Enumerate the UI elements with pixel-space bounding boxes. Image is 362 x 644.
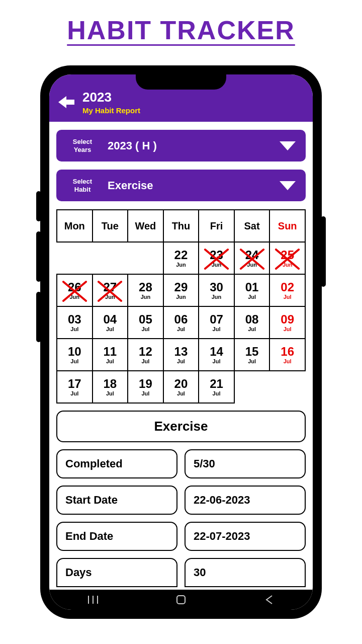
stat-value: 22-06-2023 bbox=[185, 486, 306, 515]
calendar-day-month: Jul bbox=[70, 327, 78, 332]
calendar-day[interactable]: 17Jul bbox=[57, 371, 93, 403]
year-selector-value: 2023 ( H ) bbox=[108, 139, 157, 152]
calendar-day[interactable]: 30Jun bbox=[199, 274, 234, 306]
nav-home-button[interactable] bbox=[171, 590, 191, 610]
calendar-day-month: Jul bbox=[141, 391, 149, 396]
calendar-day-number: 02 bbox=[281, 281, 294, 293]
calendar-day-number: 20 bbox=[174, 378, 188, 390]
stat-label: Start Date bbox=[56, 486, 177, 515]
calendar-day[interactable]: 22Jun bbox=[163, 242, 199, 274]
calendar-day[interactable]: 18Jul bbox=[93, 371, 128, 403]
calendar-day[interactable]: 05Jul bbox=[128, 306, 163, 339]
calendar-day-number: 12 bbox=[139, 346, 152, 358]
calendar-weekday: Tue bbox=[93, 210, 128, 242]
calendar-day[interactable]: 21Jul bbox=[199, 371, 234, 403]
calendar-weekday: Mon bbox=[57, 210, 93, 242]
calendar-day[interactable]: 07Jul bbox=[199, 306, 234, 339]
calendar-day-number: 19 bbox=[139, 378, 152, 390]
calendar: MonTueWedThuFriSatSun 22Jun23Jun24Jun25J… bbox=[56, 209, 306, 404]
calendar-day-number: 08 bbox=[245, 313, 259, 326]
phone-screen: 2023 My Habit Report Select Years 2023 (… bbox=[49, 74, 313, 610]
phone-notch bbox=[136, 74, 226, 90]
calendar-day[interactable]: 03Jul bbox=[57, 306, 93, 339]
habit-selector-value: Exercise bbox=[108, 179, 153, 192]
calendar-day-month: Jul bbox=[106, 391, 114, 396]
calendar-day[interactable]: 23Jun bbox=[199, 242, 234, 274]
calendar-day-number: 05 bbox=[139, 313, 152, 326]
calendar-day-month: Jul bbox=[248, 359, 256, 364]
calendar-day-month: Jul bbox=[177, 391, 185, 396]
calendar-day-number: 22 bbox=[174, 249, 188, 261]
calendar-day-number: 15 bbox=[245, 346, 259, 358]
page-title: HABIT TRACKER bbox=[0, 0, 362, 50]
calendar-empty-cell bbox=[269, 371, 305, 403]
calendar-day-month: Jul bbox=[284, 294, 292, 300]
calendar-day-number: 23 bbox=[210, 249, 223, 261]
calendar-day-number: 26 bbox=[68, 281, 81, 293]
stat-label: Completed bbox=[56, 449, 177, 478]
stat-value: 30 bbox=[185, 558, 306, 587]
calendar-day[interactable]: 11Jul bbox=[93, 339, 128, 371]
calendar-day[interactable]: 24Jun bbox=[234, 242, 270, 274]
calendar-day-month: Jul bbox=[141, 327, 149, 332]
calendar-day-month: Jul bbox=[284, 327, 292, 332]
calendar-day[interactable]: 16Jul bbox=[269, 339, 305, 371]
calendar-day-number: 16 bbox=[281, 346, 294, 358]
calendar-day[interactable]: 20Jul bbox=[163, 371, 199, 403]
calendar-day-number: 30 bbox=[210, 281, 223, 293]
stat-value: 22-07-2023 bbox=[185, 522, 306, 551]
calendar-weekday: Wed bbox=[128, 210, 163, 242]
calendar-day[interactable]: 04Jul bbox=[93, 306, 128, 339]
back-arrow-icon bbox=[57, 95, 75, 110]
calendar-day-month: Jun bbox=[176, 262, 186, 268]
nav-recent-button[interactable] bbox=[83, 590, 103, 610]
calendar-day-month: Jul bbox=[177, 359, 185, 364]
calendar-day-number: 06 bbox=[174, 313, 188, 326]
calendar-day[interactable]: 26Jun bbox=[57, 274, 93, 306]
calendar-day-number: 25 bbox=[281, 249, 294, 261]
calendar-day-number: 10 bbox=[68, 346, 81, 358]
calendar-day[interactable]: 15Jul bbox=[234, 339, 270, 371]
calendar-day-month: Jul bbox=[284, 359, 292, 364]
year-selector[interactable]: Select Years 2023 ( H ) bbox=[56, 130, 306, 162]
calendar-day-month: Jun bbox=[283, 262, 293, 268]
calendar-day[interactable]: 06Jul bbox=[163, 306, 199, 339]
calendar-day-month: Jul bbox=[70, 391, 78, 396]
calendar-day-month: Jul bbox=[177, 327, 185, 332]
calendar-day-month: Jun bbox=[247, 262, 257, 268]
back-button[interactable] bbox=[57, 95, 75, 110]
calendar-day[interactable]: 10Jul bbox=[57, 339, 93, 371]
calendar-day-month: Jul bbox=[141, 359, 149, 364]
calendar-day-month: Jul bbox=[106, 327, 114, 332]
calendar-day[interactable]: 27Jun bbox=[93, 274, 128, 306]
calendar-day-number: 09 bbox=[281, 313, 294, 326]
stat-label: End Date bbox=[56, 522, 177, 551]
calendar-day-number: 13 bbox=[174, 346, 188, 358]
calendar-day[interactable]: 09Jul bbox=[269, 306, 305, 339]
calendar-day[interactable]: 25Jun bbox=[269, 242, 305, 274]
calendar-day-month: Jul bbox=[213, 327, 221, 332]
habit-selector[interactable]: Select Habit Exercise bbox=[56, 170, 306, 201]
calendar-day-month: Jun bbox=[141, 294, 151, 300]
calendar-day[interactable]: 28Jun bbox=[128, 274, 163, 306]
calendar-day[interactable]: 02Jul bbox=[269, 274, 305, 306]
android-nav-bar bbox=[49, 590, 313, 610]
calendar-day[interactable]: 12Jul bbox=[128, 339, 163, 371]
calendar-day-month: Jul bbox=[70, 359, 78, 364]
calendar-day[interactable]: 13Jul bbox=[163, 339, 199, 371]
calendar-day-number: 14 bbox=[210, 346, 223, 358]
calendar-day-number: 18 bbox=[103, 378, 117, 390]
calendar-day-number: 27 bbox=[103, 281, 117, 293]
calendar-day[interactable]: 08Jul bbox=[234, 306, 270, 339]
calendar-day-month: Jul bbox=[213, 391, 221, 396]
calendar-day[interactable]: 19Jul bbox=[128, 371, 163, 403]
calendar-day-number: 28 bbox=[139, 281, 152, 293]
calendar-day-number: 07 bbox=[210, 313, 223, 326]
habit-selector-label: Select Habit bbox=[66, 178, 99, 193]
calendar-day[interactable]: 14Jul bbox=[199, 339, 234, 371]
calendar-day[interactable]: 01Jul bbox=[234, 274, 270, 306]
calendar-day-number: 17 bbox=[68, 378, 81, 390]
calendar-weekday: Fri bbox=[199, 210, 234, 242]
calendar-day[interactable]: 29Jun bbox=[163, 274, 199, 306]
nav-back-button[interactable] bbox=[259, 590, 279, 610]
